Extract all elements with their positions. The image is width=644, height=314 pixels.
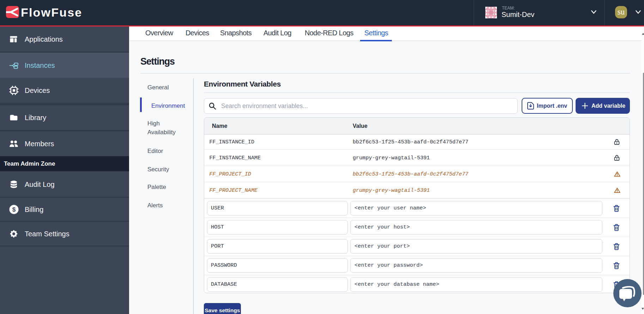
svg-text:$: $ <box>12 206 16 213</box>
